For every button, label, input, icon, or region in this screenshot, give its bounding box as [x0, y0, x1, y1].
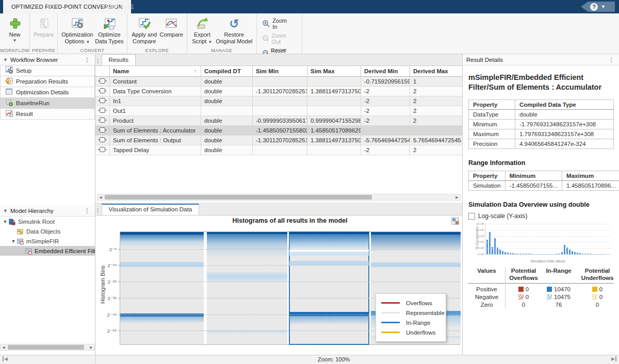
section-manage: Export Script ▼ ↺ Restore Original Model… — [187, 13, 257, 54]
mini-histogram-bar — [569, 250, 571, 254]
export-script-button[interactable]: Export Script ▼ — [190, 15, 215, 45]
result-row-tapped-delay[interactable]: Tapped Delaydouble-22 — [95, 145, 462, 155]
y-tick-label: 2⁻⁴⁸ — [107, 311, 117, 317]
simulink-root-icon — [8, 218, 15, 225]
tree-item-simulink-root[interactable]: ▼Simulink Root — [0, 217, 95, 226]
collapse-arrow-icon[interactable]: ▼ — [3, 208, 8, 213]
table-row: DataTypedouble — [469, 110, 614, 120]
table-row: Maximum1.7976931348623157e+308 — [469, 129, 614, 139]
column-header-derived-max[interactable]: Derived Max — [410, 66, 462, 76]
collapse-left-panel-icon[interactable]: ◀ — [3, 356, 8, 361]
column-header-sim-min[interactable]: Sim Min — [253, 66, 307, 76]
result-row-in1[interactable]: In1double-22 — [95, 96, 462, 106]
simulation-overview-heading: Simulation Data Overview using double — [468, 201, 614, 208]
optimize-data-types-button[interactable]: Optimize Data Types — [94, 15, 124, 45]
column-header-compiled-dt[interactable]: Compiled DT — [201, 66, 253, 76]
results-horizontal-scrollbar[interactable]: ◀ ▶ — [97, 194, 461, 201]
section-convert: Optimization Options ▼ Optimize Data Typ… — [58, 13, 127, 54]
result-row-product[interactable]: Productdouble-0.99999033950617...0.99999… — [95, 116, 462, 126]
result-row-constant[interactable]: Constantdouble-0.71592095615958...1 — [95, 77, 462, 87]
tree-item-msimplefir[interactable]: ▼mSimpleFIR — [0, 236, 95, 246]
tab-explore[interactable]: EXPLORE — [98, 0, 142, 13]
left-panel: ▼ Workflow Browser ⋮ SetupPreparation Re… — [0, 54, 95, 355]
optimization-options-button[interactable]: Optimization Options ▼ — [60, 15, 94, 45]
kebab-menu-icon[interactable]: ⋮ — [607, 56, 616, 63]
drag-grip-icon[interactable]: ⁞⁞ — [95, 208, 99, 215]
signal-block-icon — [98, 127, 107, 134]
column-header-derived-min[interactable]: Derived Min — [361, 66, 410, 76]
overflow-solid-swatch — [518, 287, 524, 292]
mini-histogram-bar — [497, 247, 498, 254]
chevron-down-icon: ▼ — [86, 40, 90, 44]
model-hierarchy-title: Model Hierarchy — [10, 208, 83, 214]
tab-results[interactable]: Results — [102, 54, 136, 65]
kebab-menu-icon[interactable]: ⋮ — [83, 56, 92, 63]
values-summary-table: Values Potential Overflows In-Range Pote… — [468, 267, 614, 308]
log-scale-checkbox-row[interactable]: Log-scale (Y-axis) — [468, 212, 614, 220]
tree-expand-icon[interactable]: ▼ — [2, 219, 8, 224]
result-row-out1[interactable]: Out1-22 — [95, 106, 462, 116]
workflow-item-optimization-details[interactable]: Optimization Details — [0, 87, 95, 98]
histogram-column-1[interactable] — [207, 232, 287, 344]
setup-icon — [5, 66, 13, 75]
checkbox-icon[interactable] — [468, 213, 475, 220]
help-button[interactable]: ? ▼ — [581, 2, 615, 12]
chart-check-icon — [137, 16, 152, 31]
workflow-item-preparation-results[interactable]: Preparation Results — [0, 76, 95, 87]
th-property: Property — [469, 100, 515, 110]
y-axis-label: Histogram Bins — [100, 264, 106, 305]
result-row-sum-of-elements-output[interactable]: Sum of Elements : Outputdouble-1.3011207… — [95, 136, 462, 145]
column-header-sim-max[interactable]: Sim Max — [307, 66, 361, 76]
representable-line-icon — [381, 312, 400, 313]
in-range-hatched-swatch — [547, 294, 552, 300]
tab-visualization[interactable]: Visualization of Simulation Data — [102, 204, 200, 215]
histogram-column-2-selected[interactable] — [289, 232, 369, 344]
drag-grip-icon[interactable]: ⁞⁞ — [95, 58, 99, 65]
zoom-in-button[interactable]: Zoom In — [262, 17, 296, 30]
scroll-left-icon[interactable]: ◀ — [1, 345, 7, 350]
compare-button[interactable]: Compare — [158, 15, 184, 38]
zoom-out-button[interactable]: Zoom Out — [262, 32, 296, 45]
workflow-item-setup[interactable]: Setup — [0, 65, 95, 76]
scroll-left-icon[interactable]: ◀ — [97, 195, 104, 200]
chart-title: Histograms of all results in the model — [120, 217, 460, 224]
section-prepare: Prepare PREPARE — [30, 13, 58, 54]
row-label: Zero — [468, 301, 506, 308]
tree-item-embedded-efficient-filte[interactable]: Embedded Efficient Filte — [0, 246, 95, 256]
histogram-column-0[interactable] — [120, 232, 204, 344]
prepare-button[interactable]: Prepare — [32, 15, 55, 38]
tree-item-data-objects[interactable]: Data Objects — [0, 226, 95, 236]
left-horizontal-scrollbar[interactable]: ◀ ▶ — [0, 344, 95, 351]
new-button[interactable]: New ▼ — [3, 15, 27, 43]
column-header-name[interactable]: Name↑ — [110, 66, 201, 76]
toolstrip: New ▼ WORKFLOW Prepare PREPARE Optimizat… — [0, 13, 619, 54]
preparation-results-icon — [5, 77, 13, 86]
row-label: Negative — [468, 293, 506, 301]
y-tick-label: 2⁻³⁸ — [108, 295, 117, 301]
zoom-status: Zoom: 100% — [318, 356, 350, 362]
workflow-browser-title: Workflow Browser — [10, 57, 83, 63]
result-row-data-type-conversion[interactable]: Data Type Conversiondouble-1.30112070285… — [95, 87, 462, 96]
mini-y-tick-label: 15.00 — [476, 222, 484, 225]
workflow-item-result[interactable]: Result — [0, 108, 95, 120]
th-compiled-data-type: Compiled Data Type — [515, 100, 614, 110]
kebab-menu-icon[interactable]: ⋮ — [83, 207, 92, 214]
potential-overflows-header: Potential Overflows — [506, 267, 542, 283]
toolstrip-spacer — [302, 13, 619, 54]
apply-and-compare-button[interactable]: Apply and Compare — [130, 15, 158, 45]
mini-y-tick-label: 12.00 — [476, 228, 484, 231]
visualization-panel: ⁞⁞ Visualization of Simulation Data Hist… — [95, 204, 462, 355]
scroll-right-icon[interactable]: ▶ — [454, 195, 460, 200]
expand-right-panel-icon[interactable]: ▶ — [611, 356, 616, 361]
scroll-right-icon[interactable]: ▶ — [88, 345, 94, 350]
plot-tools-icon[interactable] — [451, 217, 459, 225]
workflow-item-baselinerun[interactable]: BaselineRun — [0, 97, 95, 109]
sort-ascending-icon: ↑ — [194, 68, 197, 74]
collapse-arrow-icon[interactable]: ▼ — [3, 57, 8, 62]
restore-original-model-button[interactable]: ↺ Restore Original Model — [215, 15, 254, 45]
model-hierarchy-header: ▼ Model Hierarchy ⋮ — [0, 205, 95, 217]
result-row-sum-of-elements-accumulator[interactable]: Sum of Elements : Accumulatordouble-1.45… — [95, 126, 462, 136]
result-details-header: Result Details ⋮ — [463, 54, 619, 65]
mini-histogram-bar — [564, 245, 565, 254]
tree-expand-icon[interactable]: ▼ — [10, 239, 17, 244]
